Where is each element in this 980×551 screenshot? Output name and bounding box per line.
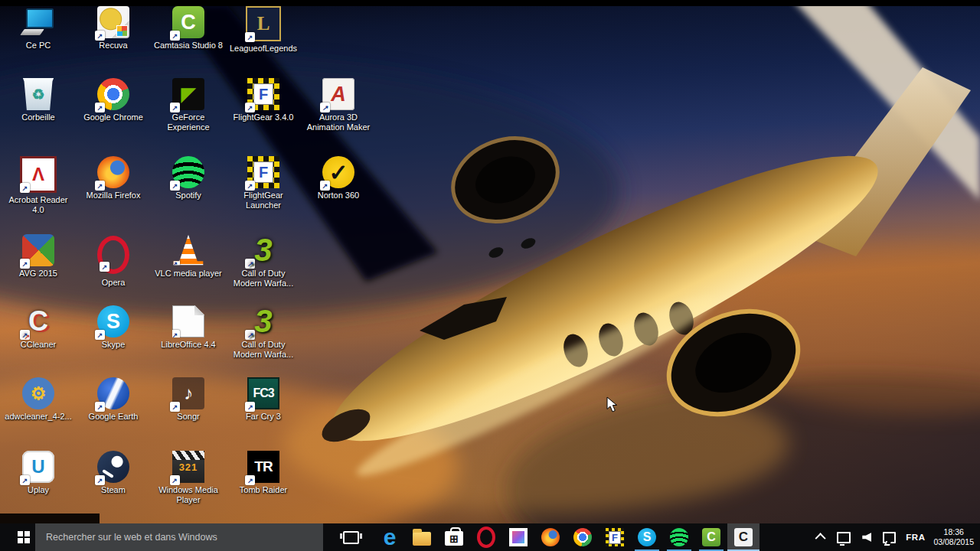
- camtasia-studio-8-icon: C: [172, 6, 204, 38]
- icon-label: Call of Duty Modern Warfa...: [228, 269, 299, 289]
- icon-label: Spotify: [175, 191, 201, 201]
- task-view-icon: [343, 531, 359, 544]
- icon-label: Ce PC: [26, 41, 51, 51]
- desktop-icon-uplay[interactable]: UUplay: [2, 451, 75, 495]
- taskbar-app-camtasia-recorder[interactable]: C: [727, 523, 760, 551]
- desktop-icon-opera[interactable]: Opera: [77, 234, 150, 288]
- acrobat-reader-icon: Λ: [20, 156, 57, 193]
- taskbar-app-firefox[interactable]: [534, 523, 567, 551]
- clock[interactable]: 18:36 03/08/2015: [933, 527, 974, 547]
- desktop-icon-geforce-experience[interactable]: ◤GeForce Experience: [152, 78, 225, 132]
- shortcut-arrow-icon: [20, 183, 30, 193]
- icon-label: Steam: [101, 485, 126, 495]
- volume-button[interactable]: [861, 531, 873, 543]
- shortcut-arrow-icon: [20, 330, 30, 340]
- corbeille-icon: ♻: [22, 78, 54, 110]
- taskbar-app-file-explorer[interactable]: [406, 523, 438, 551]
- icon-label: Aurora 3D Animation Maker: [303, 112, 374, 132]
- action-center-button[interactable]: [881, 530, 897, 545]
- icon-label: LibreOffice 4.4: [161, 340, 215, 350]
- spotify-icon: [172, 156, 204, 188]
- taskbar-app-windows-store[interactable]: ⊞: [438, 523, 470, 551]
- desktop-icon-windows-media-player[interactable]: 321Windows Media Player: [152, 451, 225, 505]
- desktop-icon-tomb-raider[interactable]: TRTomb Raider: [227, 451, 300, 495]
- far-cry-3-icon: FC3: [247, 377, 279, 409]
- desktop-icon-flightgear-3-4-0[interactable]: FFlightGear 3.4.0: [227, 78, 300, 122]
- icon-label: Skype: [102, 340, 126, 350]
- icon-label: Google Chrome: [83, 112, 143, 122]
- network-button[interactable]: [835, 530, 852, 545]
- desktop-icon-ccleaner[interactable]: CCCleaner: [2, 305, 75, 350]
- windows-desktop: Ce PCRecuvaCCamtasia Studio 8LLeagueofLe…: [0, 0, 980, 551]
- tray-chevron-button[interactable]: [816, 532, 827, 543]
- skype-icon: S: [97, 305, 129, 337]
- shortcut-arrow-icon: [20, 475, 30, 485]
- taskbar-app-spotify[interactable]: [663, 523, 695, 551]
- desktop-icon-cod-modern-warfare-3-b[interactable]: 3Call of Duty Modern Warfa...: [227, 305, 300, 360]
- chrome-icon: [573, 528, 592, 546]
- taskbar-app-opera[interactable]: [470, 523, 502, 551]
- desktop-icon-mozilla-firefox[interactable]: Mozilla Firefox: [77, 156, 150, 201]
- desktop-icon-avg-2015[interactable]: AVG 2015: [2, 234, 75, 279]
- desktop-icon-songr[interactable]: ♪Songr: [152, 377, 225, 422]
- desktop-icon-recuva[interactable]: Recuva: [77, 6, 150, 51]
- shortcut-arrow-icon: [95, 475, 105, 485]
- shortcut-arrow-icon: [320, 103, 330, 112]
- desktop-icon-norton-360[interactable]: ✓Norton 360: [302, 156, 375, 201]
- desktop-icon-flightgear-launcher[interactable]: FFlightGear Launcher: [227, 156, 300, 210]
- icon-label: adwcleaner_4-2...: [5, 412, 71, 422]
- shortcut-arrow-icon: [245, 181, 255, 191]
- icon-label: Acrobat Reader 4.0: [3, 195, 74, 215]
- taskbar-app-flightgear[interactable]: F: [599, 523, 631, 551]
- cod-modern-warfare-3-b-icon: 3: [247, 305, 279, 337]
- skype-icon: S: [638, 528, 656, 546]
- shortcut-arrow-icon: [170, 259, 180, 269]
- desktop-icon-steam[interactable]: Steam: [77, 451, 150, 495]
- desktop-icon-ce-pc[interactable]: Ce PC: [2, 6, 75, 51]
- language-indicator[interactable]: FRA: [906, 533, 925, 542]
- chevron-up-icon: [815, 533, 826, 543]
- taskbar: e⊞FSCC FRA 18:36 03/08/2015: [0, 523, 980, 551]
- icon-label: Uplay: [28, 485, 49, 495]
- edge-icon: e: [381, 528, 399, 546]
- desktop-icon-libreoffice-4-4[interactable]: LibreOffice 4.4: [152, 305, 225, 350]
- icon-label: Call of Duty Modern Warfa...: [228, 340, 299, 360]
- desktop-icon-google-earth[interactable]: Google Earth: [77, 377, 150, 422]
- desktop-icon-skype[interactable]: SSkype: [77, 305, 150, 350]
- icon-label: Windows Media Player: [153, 485, 224, 505]
- speaker-icon: [862, 533, 871, 542]
- desktop-icon-corbeille[interactable]: ♻Corbeille: [2, 78, 75, 122]
- taskbar-apps: e⊞FSCC: [374, 523, 760, 551]
- desktop-icon-vlc-media-player[interactable]: VLC media player: [152, 234, 225, 279]
- icon-label: Songr: [177, 412, 199, 422]
- taskbar-app-edge[interactable]: e: [374, 523, 406, 551]
- icon-label: CCleaner: [21, 340, 56, 350]
- desktop-icon-leagueoflegends[interactable]: LLeagueofLegends: [227, 6, 300, 54]
- taskbar-app-skype[interactable]: S: [631, 523, 663, 551]
- cod-modern-warfare-3-icon: 3: [247, 234, 279, 266]
- clock-date: 03/08/2015: [933, 537, 974, 547]
- desktop-icon-spotify[interactable]: Spotify: [152, 156, 225, 201]
- desktop-icon-aurora-3d-animation-maker[interactable]: AAurora 3D Animation Maker: [302, 78, 375, 132]
- file-explorer-icon: [413, 532, 431, 546]
- network-icon: [837, 532, 851, 543]
- desktop-icon-acrobat-reader[interactable]: ΛAcrobat Reader 4.0: [2, 156, 75, 215]
- windows-logo-icon: [11, 531, 24, 543]
- adwcleaner-icon: ⚙: [22, 377, 54, 409]
- shortcut-arrow-icon: [95, 181, 105, 191]
- task-view-button[interactable]: [335, 523, 366, 551]
- start-button[interactable]: [0, 523, 35, 551]
- desktop-icon-adwcleaner[interactable]: ⚙adwcleaner_4-2...: [2, 377, 75, 422]
- desktop-icon-google-chrome[interactable]: Google Chrome: [77, 78, 150, 122]
- taskbar-app-camtasia-studio[interactable]: C: [695, 523, 727, 551]
- desktop-icon-camtasia-studio-8[interactable]: CCamtasia Studio 8: [152, 6, 225, 51]
- opera-icon: [97, 236, 129, 274]
- taskbar-app-photos[interactable]: [502, 523, 534, 551]
- desktop-icon-cod-modern-warfare-3[interactable]: 3Call of Duty Modern Warfa...: [227, 234, 300, 289]
- search-input[interactable]: [35, 523, 323, 551]
- desktop-icon-far-cry-3[interactable]: FC3Far Cry 3: [227, 377, 300, 422]
- norton-360-icon: ✓: [322, 156, 354, 188]
- firefox-icon: [541, 528, 560, 546]
- icon-label: Recuva: [99, 41, 127, 51]
- taskbar-app-chrome[interactable]: [567, 523, 599, 551]
